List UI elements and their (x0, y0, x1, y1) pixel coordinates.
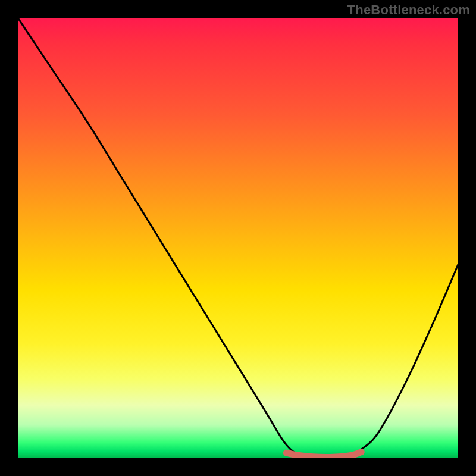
plot-area (18, 18, 458, 458)
chart-frame: TheBottleneck.com (0, 0, 476, 476)
bottleneck-curve (18, 18, 458, 458)
optimal-flat-region (286, 452, 361, 458)
curve-svg (18, 18, 458, 458)
watermark-text: TheBottleneck.com (347, 2, 470, 18)
